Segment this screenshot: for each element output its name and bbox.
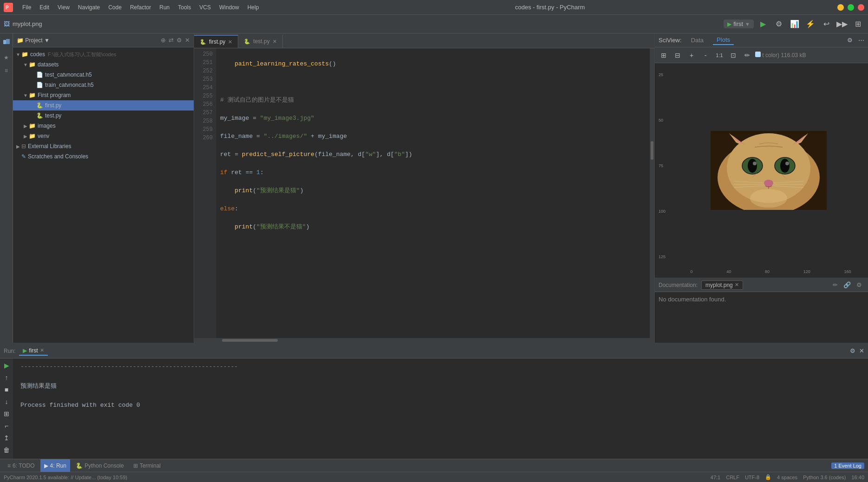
run-scroll-up-btn[interactable]: ↑ — [1, 372, 12, 383]
sv-grid-btn[interactable]: ⊞ — [658, 49, 670, 61]
sv-zoom-in-btn[interactable]: + — [685, 49, 698, 61]
code-editor[interactable]: 250 251 252 253 254 255 256 257 258 259 … — [194, 48, 654, 338]
tree-item-external-libs[interactable]: ▶ ⊟ External Libraries — [13, 141, 194, 151]
menu-refactor[interactable]: Refactor — [126, 3, 155, 12]
maximize-button[interactable] — [848, 4, 854, 11]
event-log-badge[interactable]: 1 Event Log — [831, 462, 864, 469]
menu-code[interactable]: Code — [104, 3, 125, 12]
menubar: File Edit View Navigate Code Refactor Ru… — [19, 3, 262, 12]
run-wrap-btn[interactable]: ⌐ — [1, 421, 12, 431]
doc-header: Documentation: myplot.png ✕ ✏ 🔗 ⚙ — [655, 278, 868, 292]
tree-item-scratches[interactable]: ✎ Scratches and Consoles — [13, 151, 194, 162]
doc-tab-myplot[interactable]: myplot.png ✕ — [701, 280, 743, 290]
run-tab-first[interactable]: ▶ first ✕ — [19, 346, 47, 356]
panel-settings-icon[interactable]: ⚙ — [176, 37, 182, 44]
menu-navigate[interactable]: Navigate — [74, 3, 104, 12]
code-line-253: my_image = "my_image3.jpg" — [220, 114, 646, 123]
side-icon-structure[interactable]: ≡ — [1, 65, 12, 76]
tree-item-images[interactable]: ▶ 📁 images — [13, 121, 194, 131]
run-button[interactable]: ▶ — [757, 18, 770, 31]
doc-label: Documentation: — [659, 282, 698, 288]
run-stop-btn[interactable]: ■ — [1, 384, 12, 395]
bottom-tab-todo[interactable]: ≡ 6: TODO — [4, 459, 39, 472]
run-icon-bt: ▶ — [44, 462, 48, 469]
menu-help[interactable]: Help — [244, 3, 263, 12]
terminal-button[interactable]: ⊞ — [851, 18, 864, 31]
step-button[interactable]: ▶▶ — [835, 18, 848, 31]
doc-link-btn[interactable]: 🔗 — [842, 280, 852, 290]
tree-item-test-py[interactable]: 🐍 test.py — [13, 111, 194, 121]
menu-vcs[interactable]: VCS — [196, 3, 215, 12]
sciview-more-icon[interactable]: ⋯ — [858, 37, 864, 44]
horizontal-scrollbar[interactable] — [194, 338, 654, 343]
run-restart-btn[interactable]: ▶ — [1, 360, 12, 371]
menu-window[interactable]: Window — [215, 3, 243, 12]
menu-tools[interactable]: Tools — [174, 3, 195, 12]
build-button[interactable]: ⚙ — [772, 18, 785, 31]
menu-file[interactable]: File — [19, 3, 35, 12]
tab-test-py[interactable]: 🐍 test.py ✕ — [238, 35, 282, 48]
run-output-exit: Process finished with exit code 0 — [20, 401, 861, 410]
tab-close-first-py[interactable]: ✕ — [228, 39, 232, 45]
doc-tab-close[interactable]: ✕ — [735, 282, 739, 288]
tab-first-py[interactable]: 🐍 first.py ✕ — [194, 35, 238, 48]
tree-item-root[interactable]: ▼ 📁 codes F:\嵌入式练习\人工智能\codes — [13, 49, 194, 59]
tree-item-test-h5[interactable]: 📄 test_catvnoncat.h5 — [13, 70, 194, 80]
run-tab-close[interactable]: ✕ — [40, 347, 44, 353]
sv-zoom-out-btn[interactable]: - — [699, 49, 711, 61]
cursor-position: 47:1 — [711, 475, 720, 480]
project-panel-header: 📁 Project ▼ ⊕ ⇄ ⚙ ✕ — [13, 33, 194, 47]
sciview-tab-data[interactable]: Data — [687, 36, 707, 45]
scroll-handle[interactable] — [651, 141, 653, 160]
sciview-settings-icon[interactable]: ⚙ — [847, 37, 853, 44]
bottom-tab-run[interactable]: ▶ 4: Run — [40, 459, 70, 472]
run-config-selector[interactable]: ▶ first ▼ — [724, 20, 754, 28]
code-line-257: print("预测结果是猫") — [220, 186, 646, 195]
app-logo: P — [4, 3, 13, 12]
side-icon-favorites[interactable]: ★ — [1, 52, 12, 63]
doc-settings-btn[interactable]: ⚙ — [854, 280, 864, 290]
reload-button[interactable]: ↩ — [820, 18, 833, 31]
tree-arrow-images: ▶ — [22, 124, 29, 129]
run-trash-btn[interactable]: 🗑 — [1, 445, 12, 455]
sv-ratio-btn[interactable]: 1:1 — [713, 49, 725, 61]
minimize-button[interactable] — [837, 4, 844, 11]
doc-toolbar: ✏ 🔗 ⚙ — [830, 280, 864, 290]
tree-item-venv[interactable]: ▶ 📁 venv — [13, 131, 194, 141]
horizontal-scroll-handle[interactable] — [222, 339, 278, 342]
tree-item-datasets[interactable]: ▼ 📁 datasets — [13, 59, 194, 70]
run-more-icon[interactable]: ✕ — [859, 347, 864, 354]
bottom-tab-terminal[interactable]: ⊞ Terminal — [130, 459, 164, 472]
tree-item-first-program[interactable]: ▼ 📁 First program — [13, 90, 194, 100]
tree-label-train-h5: train_catvnoncat.h5 — [45, 82, 94, 88]
tab-close-test-py[interactable]: ✕ — [273, 39, 277, 45]
tree-item-first-py[interactable]: 🐍 first.py — [13, 100, 194, 111]
h5-icon-test: 📄 — [36, 72, 43, 78]
run-config-name: first — [733, 20, 743, 27]
menu-run[interactable]: Run — [156, 3, 173, 12]
tree-item-train-h5[interactable]: 📄 train_catvnoncat.h5 — [13, 80, 194, 90]
run-pin-btn[interactable]: ⊞ — [1, 409, 12, 419]
doc-edit-btn[interactable]: ✏ — [830, 280, 840, 290]
run-settings-icon[interactable]: ⚙ — [850, 347, 855, 354]
bottom-tab-python-console[interactable]: 🐍 Python Console — [72, 459, 128, 472]
panel-collapse-icon[interactable]: ⇄ — [169, 37, 174, 44]
menu-edit[interactable]: Edit — [36, 3, 53, 12]
run-scroll-down-btn[interactable]: ↓ — [1, 397, 12, 407]
run-upload-btn[interactable]: ↥ — [1, 433, 12, 443]
profile-button[interactable]: ⚡ — [804, 18, 817, 31]
side-icon-project[interactable] — [1, 36, 12, 47]
code-line-255: ret = predict_self_picture(file_name, d[… — [220, 150, 646, 159]
sv-eyedropper-btn[interactable]: ✏ — [741, 49, 753, 61]
close-button[interactable] — [858, 4, 864, 11]
code-content[interactable]: paint_learning_rates_costs() # 测试自己的图片是不… — [216, 48, 650, 338]
sv-fit-btn[interactable]: ⊡ — [727, 49, 739, 61]
run-config-dropdown-icon[interactable]: ▼ — [745, 21, 750, 27]
panel-close-icon[interactable]: ✕ — [185, 37, 190, 44]
coverage-button[interactable]: 📊 — [788, 18, 801, 31]
panel-locate-icon[interactable]: ⊕ — [161, 37, 166, 44]
sciview-tab-plots[interactable]: Plots — [713, 35, 734, 45]
sv-table-btn[interactable]: ⊟ — [672, 49, 684, 61]
menu-view[interactable]: View — [54, 3, 73, 12]
editor-scrollbar[interactable] — [650, 48, 654, 338]
